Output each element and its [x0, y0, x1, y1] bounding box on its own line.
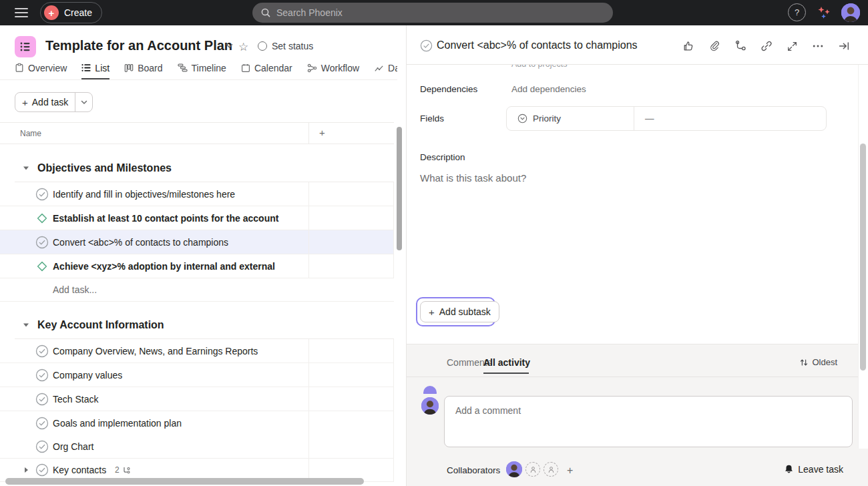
section-header[interactable]: Objectives and Milestones — [0, 154, 394, 182]
check-circle-icon[interactable] — [35, 417, 49, 430]
add-column-button[interactable]: + — [319, 127, 325, 138]
task-row[interactable]: Tech Stack — [0, 387, 394, 411]
plus-icon: + — [429, 306, 435, 318]
tab-calendar[interactable]: Calendar — [241, 61, 292, 79]
task-title: Goals and implementation plan — [53, 418, 182, 429]
attachment-icon[interactable] — [708, 40, 720, 52]
tab-label: Workflow — [321, 63, 359, 73]
check-circle-icon[interactable] — [35, 440, 49, 453]
task-row[interactable]: Org Chart — [0, 435, 394, 459]
leave-task-button[interactable]: Leave task — [784, 464, 843, 475]
milestone-diamond-icon[interactable] — [37, 213, 47, 224]
expand-icon[interactable] — [787, 41, 798, 52]
scrollbar-track[interactable] — [858, 65, 868, 449]
check-circle-icon[interactable] — [35, 369, 49, 382]
column-divider — [308, 123, 309, 144]
vertical-scrollbar-thumb[interactable] — [860, 144, 866, 371]
check-circle-icon[interactable] — [35, 188, 49, 201]
add-task-button[interactable]: + Add task — [15, 93, 75, 111]
collapse-triangle-icon[interactable] — [23, 322, 29, 328]
subtask-count-badge: 2 — [115, 465, 130, 475]
link-icon[interactable] — [761, 40, 773, 52]
add-task-row[interactable]: Add task... — [0, 278, 394, 302]
plus-icon: + — [22, 97, 28, 108]
search-input[interactable]: Search Phoenix — [252, 3, 613, 23]
tab-timeline[interactable]: Timeline — [178, 61, 226, 79]
description-input[interactable]: What is this task about? — [420, 172, 526, 184]
sort-button[interactable]: Oldest — [799, 357, 837, 367]
check-circle-icon[interactable] — [35, 463, 49, 477]
milestone-diamond-icon[interactable] — [37, 261, 47, 272]
check-circle-icon[interactable] — [35, 236, 49, 249]
set-status-label: Set status — [272, 41, 313, 51]
add-collaborator-button[interactable]: + — [567, 465, 573, 477]
more-options-icon[interactable] — [812, 40, 824, 52]
add-task-row-label: Add task... — [53, 284, 97, 295]
plus-icon: + — [44, 5, 59, 20]
collapse-pane-icon[interactable] — [838, 40, 850, 52]
person-icon — [529, 465, 537, 474]
detail-body: Add to projects Dependencies Add depende… — [407, 65, 868, 486]
tab-label: Calendar — [254, 63, 292, 73]
tab-dashboard[interactable]: Dashb — [374, 61, 397, 79]
task-title: Key contacts — [53, 465, 106, 475]
collaborator-avatar[interactable] — [506, 461, 522, 477]
task-row[interactable]: Achieve <xyz>% adoption by internal and … — [0, 254, 394, 278]
horizontal-scrollbar-thumb[interactable] — [5, 478, 364, 485]
task-title: Company Overview, News, and Earnings Rep… — [53, 346, 258, 356]
check-circle-icon[interactable] — [35, 344, 49, 358]
add-task-split-button: + Add task — [15, 92, 93, 112]
collaborator-placeholder[interactable] — [525, 462, 540, 477]
add-subtask-button[interactable]: + Add subtask — [420, 301, 499, 322]
tab-all-activity[interactable]: All activity — [483, 357, 530, 368]
add-to-projects-link[interactable]: Add to projects — [511, 65, 567, 69]
check-circle-icon[interactable] — [420, 39, 433, 52]
custom-fields-table: Priority — — [506, 106, 827, 131]
select-field-icon — [517, 113, 527, 124]
set-status-button[interactable]: Set status — [258, 41, 313, 51]
task-row[interactable]: Company values — [0, 363, 394, 387]
search-placeholder: Search Phoenix — [276, 7, 343, 18]
comment-input[interactable]: Add a comment — [444, 396, 853, 447]
task-row[interactable]: Goals and implementation plan — [0, 411, 394, 435]
help-button[interactable]: ? — [788, 3, 806, 21]
sidebar-toggle-icon[interactable] — [15, 8, 28, 17]
task-row[interactable]: Establish at least 10 contact points for… — [0, 206, 394, 230]
vertical-scrollbar-thumb[interactable] — [397, 127, 402, 250]
table-header: Name + — [0, 122, 394, 144]
tab-list[interactable]: List — [81, 61, 110, 79]
collapse-triangle-icon[interactable] — [23, 166, 29, 171]
tab-label: Board — [138, 63, 162, 73]
chevron-down-icon[interactable] — [226, 43, 233, 49]
user-avatar[interactable] — [841, 3, 860, 22]
create-button[interactable]: + Create — [40, 2, 102, 23]
task-title: Company values — [53, 370, 122, 381]
subtask-icon[interactable] — [734, 40, 746, 52]
task-title: Org Chart — [53, 441, 93, 452]
task-title: Identify and fill in objectives/mileston… — [53, 189, 235, 200]
priority-field[interactable]: Priority — [507, 107, 634, 130]
like-icon[interactable] — [682, 40, 694, 52]
topbar: + Create Search Phoenix ? — [0, 0, 868, 25]
detail-header: Convert <abc>% of contacts to champions — [407, 25, 868, 65]
add-dependencies-button[interactable]: Add dependencies — [511, 84, 586, 94]
task-row[interactable]: Identify and fill in objectives/mileston… — [0, 182, 394, 206]
task-row-selected[interactable]: Convert <abc>% of contacts to champions — [0, 230, 394, 254]
tab-board[interactable]: Board — [124, 61, 162, 79]
task-row[interactable]: Company Overview, News, and Earnings Rep… — [0, 339, 394, 363]
expand-triangle-icon[interactable] — [24, 467, 29, 473]
active-tab-underline — [483, 373, 529, 374]
comment-placeholder: Add a comment — [455, 405, 521, 416]
star-icon[interactable]: ☆ — [238, 40, 248, 54]
priority-field-value[interactable]: — — [634, 107, 826, 130]
check-circle-icon[interactable] — [35, 393, 49, 406]
ai-sparkles-icon[interactable] — [814, 5, 831, 21]
collaborator-placeholder[interactable] — [544, 462, 558, 477]
tab-workflow[interactable]: Workflow — [307, 61, 359, 79]
section-header[interactable]: Key Account Information — [0, 311, 394, 339]
add-task-caret-button[interactable] — [75, 93, 92, 111]
project-icon[interactable] — [15, 36, 36, 57]
comment-user-avatar — [421, 397, 439, 415]
tab-overview[interactable]: Overview — [15, 61, 67, 79]
dependencies-label: Dependencies — [420, 84, 477, 94]
